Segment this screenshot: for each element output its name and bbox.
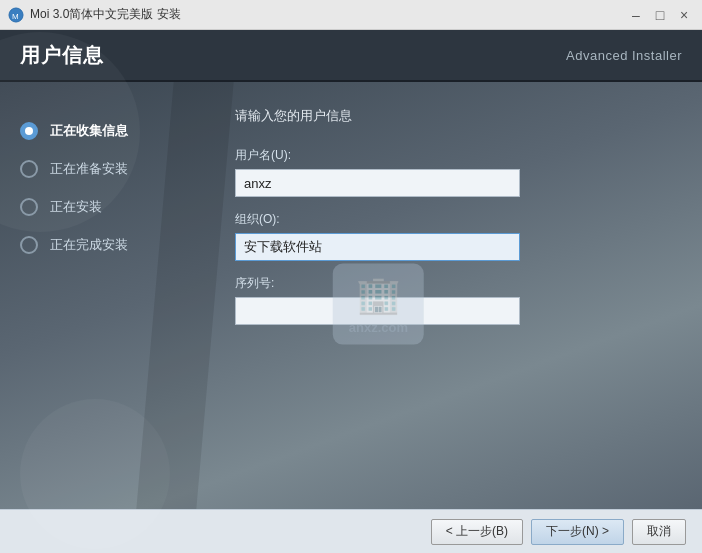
main-content: 正在收集信息 正在准备安装 正在安装 正在完成安装 请输入您的用户信息 用户名(… — [0, 82, 702, 509]
back-button[interactable]: < 上一步(B) — [431, 519, 523, 545]
step-2-radio — [20, 160, 38, 178]
username-label: 用户名(U): — [235, 147, 662, 164]
next-button[interactable]: 下一步(N) > — [531, 519, 624, 545]
serial-input[interactable] — [235, 297, 520, 325]
org-group: 组织(O): — [235, 211, 662, 261]
serial-label: 序列号: — [235, 275, 662, 292]
svg-text:M: M — [12, 12, 19, 21]
serial-group: 序列号: — [235, 275, 662, 325]
app-icon: M — [8, 7, 24, 23]
maximize-button[interactable]: □ — [650, 5, 670, 25]
header-bar: 用户信息 Advanced Installer — [0, 30, 702, 82]
org-input[interactable] — [235, 233, 520, 261]
username-group: 用户名(U): — [235, 147, 662, 197]
step-2-label: 正在准备安装 — [50, 160, 128, 178]
footer-bar: < 上一步(B) 下一步(N) > 取消 — [0, 509, 702, 553]
username-input[interactable] — [235, 169, 520, 197]
step-1-radio — [20, 122, 38, 140]
step-3-radio — [20, 198, 38, 216]
step-4-radio — [20, 236, 38, 254]
sidebar-item-step-3: 正在安装 — [20, 198, 185, 216]
brand-label: Advanced Installer — [566, 48, 682, 63]
title-bar-controls: – □ × — [626, 5, 694, 25]
close-button[interactable]: × — [674, 5, 694, 25]
sidebar-item-step-1: 正在收集信息 — [20, 122, 185, 140]
minimize-button[interactable]: – — [626, 5, 646, 25]
form-area: 请输入您的用户信息 用户名(U): 组织(O): 序列号: — [185, 82, 702, 509]
sidebar-item-step-2: 正在准备安装 — [20, 160, 185, 178]
step-3-label: 正在安装 — [50, 198, 102, 216]
step-1-label: 正在收集信息 — [50, 122, 128, 140]
title-bar: M Moi 3.0简体中文完美版 安装 – □ × — [0, 0, 702, 30]
org-label: 组织(O): — [235, 211, 662, 228]
page-title: 用户信息 — [20, 42, 104, 69]
sidebar: 正在收集信息 正在准备安装 正在安装 正在完成安装 — [0, 82, 185, 509]
step-4-label: 正在完成安装 — [50, 236, 128, 254]
window-title: Moi 3.0简体中文完美版 安装 — [30, 6, 181, 23]
sidebar-item-step-4: 正在完成安装 — [20, 236, 185, 254]
cancel-button[interactable]: 取消 — [632, 519, 686, 545]
form-instruction: 请输入您的用户信息 — [235, 107, 662, 125]
title-bar-left: M Moi 3.0简体中文完美版 安装 — [8, 6, 181, 23]
